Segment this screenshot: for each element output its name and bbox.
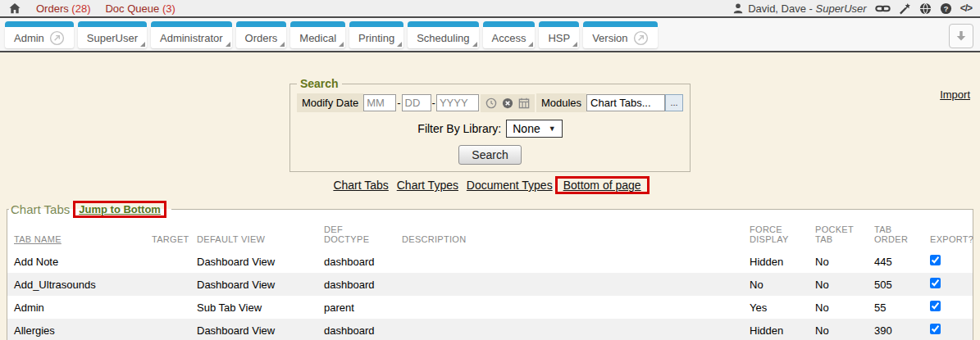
annotation-highlight: Jump to Bottom xyxy=(73,201,166,218)
table-row[interactable]: Add NoteDashboard ViewdashboardHiddenNo4… xyxy=(7,250,973,273)
link-document-types[interactable]: Document Types xyxy=(467,179,553,192)
table-header-row: TAB NAMETARGETDEFAULT VIEWDEF DOCTYPEDES… xyxy=(7,218,973,250)
table-row[interactable]: AllergiesDashboard ViewdashboardHiddenNo… xyxy=(7,319,973,340)
clear-date-icon[interactable] xyxy=(502,97,513,109)
tab-hsp[interactable]: HSP xyxy=(539,27,579,48)
chart-tabs-title: Chart Tabs xyxy=(11,202,70,216)
cell-export xyxy=(923,296,973,319)
search-legend: Search xyxy=(297,77,342,90)
tab-version[interactable]: Version xyxy=(583,27,657,48)
home-icon[interactable] xyxy=(8,2,21,15)
cell-description xyxy=(395,296,743,319)
cell-default-view: Dashboard View xyxy=(190,319,317,340)
tab-printing[interactable]: Printing xyxy=(349,27,403,48)
cell-pocket-tab: No xyxy=(809,319,868,340)
cell-force-display: Hidden xyxy=(743,250,809,273)
top-bar: Orders (28) Doc Queue (3) David, Dave - … xyxy=(0,0,980,18)
tab-orders[interactable]: Orders xyxy=(236,27,287,48)
modules-input[interactable] xyxy=(586,94,665,111)
cell-pocket-tab: No xyxy=(809,250,868,273)
filter-by-library-label: Filter By Library: xyxy=(417,122,501,135)
code-icon[interactable]: </> xyxy=(960,2,972,14)
export-checkbox[interactable] xyxy=(930,301,941,311)
column-header: TARGET xyxy=(145,218,190,250)
column-header: DESCRIPTION xyxy=(395,218,743,250)
select-arrow-icon: ▼ xyxy=(549,125,556,133)
help-icon[interactable]: ? xyxy=(940,2,952,15)
cell-def-doctype: dashboard xyxy=(317,319,395,340)
table-row[interactable]: Add_UltrasoundsDashboard ViewdashboardNo… xyxy=(7,273,973,296)
download-button[interactable] xyxy=(949,24,973,48)
column-header[interactable]: TAB NAME xyxy=(7,218,145,250)
cell-def-doctype: dashboard xyxy=(317,250,395,273)
cell-default-view: Dashboard View xyxy=(190,250,317,273)
column-header: TAB ORDER xyxy=(868,218,923,250)
svg-text:?: ? xyxy=(943,4,948,12)
tab-medical[interactable]: Medical xyxy=(290,27,345,48)
column-header: FORCE DISPLAY xyxy=(743,218,809,250)
module-tab-bar: Admin SuperUser Administrator Orders Med… xyxy=(0,18,980,52)
cell-description xyxy=(395,319,743,340)
cell-force-display: Hidden xyxy=(743,319,809,340)
year-input[interactable] xyxy=(436,94,479,111)
main-content: Import Search Modify Date - - Modules xyxy=(0,77,980,340)
table-body: Add NoteDashboard ViewdashboardHiddenNo4… xyxy=(7,250,973,340)
cell-tab-order: 445 xyxy=(868,250,923,273)
doc-queue-count: (3) xyxy=(162,2,175,15)
user-name: David, Dave - xyxy=(748,2,815,15)
cell-description xyxy=(395,250,743,273)
column-header: EXPORT? xyxy=(923,218,973,250)
export-checkbox[interactable] xyxy=(930,278,941,288)
cell-description xyxy=(395,273,743,296)
cell-target xyxy=(145,250,190,273)
nav-doc-queue[interactable]: Doc Queue (3) xyxy=(105,2,175,15)
jump-to-bottom-link[interactable]: Jump to Bottom xyxy=(79,203,161,215)
wand-icon[interactable] xyxy=(899,2,911,15)
tab-superuser[interactable]: SuperUser xyxy=(78,27,147,48)
cell-export xyxy=(923,273,973,296)
link-chart-types[interactable]: Chart Types xyxy=(397,179,458,192)
tab-admin[interactable]: Admin xyxy=(5,27,74,48)
user-info: David, Dave - SuperUser xyxy=(732,2,867,15)
chart-tabs-panel: Chart Tabs Jump to Bottom TAB NAMETARGET… xyxy=(7,201,973,340)
cell-target xyxy=(145,319,190,340)
cell-pocket-tab: No xyxy=(809,273,868,296)
open-new-window-icon xyxy=(633,30,649,46)
cell-default-view: Dashboard View xyxy=(190,273,317,296)
export-checkbox[interactable] xyxy=(930,324,941,334)
user-icon xyxy=(732,2,744,14)
calendar-icon[interactable] xyxy=(518,97,530,109)
cell-tab-name: Admin xyxy=(7,296,145,319)
cell-tab-name: Allergies xyxy=(7,319,145,340)
modify-date-label: Modify Date xyxy=(297,93,363,112)
tab-access[interactable]: Access xyxy=(483,27,536,48)
cell-tab-order: 505 xyxy=(868,273,923,296)
library-select[interactable]: None▼ xyxy=(506,120,562,138)
link-chart-tabs[interactable]: Chart Tabs xyxy=(333,179,388,192)
tab-administrator[interactable]: Administrator xyxy=(151,27,232,48)
link-bottom-of-page[interactable]: Bottom of page xyxy=(563,179,641,192)
search-panel: Search Modify Date - - Modules ... xyxy=(289,77,691,172)
search-button[interactable]: Search xyxy=(458,145,521,165)
export-checkbox[interactable] xyxy=(930,255,941,265)
cell-tab-name: Add Note xyxy=(7,250,145,273)
cell-tab-name: Add_Ultrasounds xyxy=(7,273,145,296)
globe-icon[interactable] xyxy=(919,2,932,15)
tab-scheduling[interactable]: Scheduling xyxy=(408,27,478,48)
modules-picker-button[interactable]: ... xyxy=(665,94,683,111)
chart-tabs-table: TAB NAMETARGETDEFAULT VIEWDEF DOCTYPEDES… xyxy=(7,218,973,340)
column-header: POCKET TAB xyxy=(809,218,868,250)
month-input[interactable] xyxy=(363,94,396,111)
time-icon[interactable] xyxy=(485,97,497,109)
link-icon[interactable] xyxy=(875,3,891,14)
nav-orders[interactable]: Orders (28) xyxy=(36,2,90,15)
modules-label: Modules xyxy=(536,93,586,112)
cell-force-display: No xyxy=(743,273,809,296)
cell-default-view: Sub Tab View xyxy=(190,296,317,319)
table-row[interactable]: AdminSub Tab ViewparentYesNo55 xyxy=(7,296,973,319)
cell-export xyxy=(923,319,973,340)
day-input[interactable] xyxy=(402,94,431,111)
cell-export xyxy=(923,250,973,273)
import-link[interactable]: Import xyxy=(940,88,970,101)
annotation-highlight: Bottom of page xyxy=(555,176,650,194)
